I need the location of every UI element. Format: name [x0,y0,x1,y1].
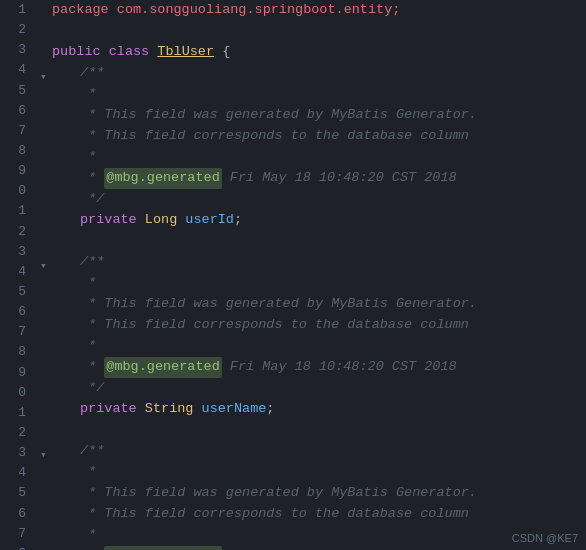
code-line: public class TblUser { [40,42,586,63]
line-number: 1 [8,0,26,20]
line-number: 3 [8,443,26,463]
line-number: 2 [8,423,26,443]
line-number: 0 [8,383,26,403]
token: * This field corresponds to the database… [80,504,469,525]
token: userName [202,399,267,420]
token: * [80,84,96,105]
code-line: private String userName; [40,399,586,420]
code-line: * [40,84,586,105]
code-line: * This field corresponds to the database… [40,126,586,147]
fold-toggle-icon[interactable]: ▾ [40,258,50,268]
line-number: 8 [8,141,26,161]
token: String [145,399,194,420]
token: * This field corresponds to the database… [80,126,469,147]
token: */ [80,189,104,210]
token [101,42,109,63]
code-line: * @mbg.generated Fri May 18 10:48:20 CST… [40,546,586,550]
code-line: * [40,525,586,546]
token: Long [145,210,177,231]
line-number: 9 [8,363,26,383]
line-number: 9 [8,161,26,181]
code-line [40,21,586,42]
token: * [80,168,104,189]
line-number: 7 [8,322,26,342]
line-number: 6 [8,504,26,524]
code-line: */ [40,189,586,210]
token [149,42,157,63]
token: package com.songguoliang.springboot.enti… [52,0,400,21]
line-number: 5 [8,282,26,302]
token: * [80,357,104,378]
code-line: * This field was generated by MyBatis Ge… [40,483,586,504]
token: * [80,147,96,168]
token [137,399,145,420]
code-line: * [40,336,586,357]
code-line: * This field corresponds to the database… [40,315,586,336]
token: @mbg.generated [104,546,221,550]
code-line: package com.songguoliang.springboot.enti… [40,0,586,21]
line-number: 7 [8,121,26,141]
code-line: ▾/** [40,252,586,273]
token: private [80,399,137,420]
line-number: 1 [8,201,26,221]
token: * [80,336,96,357]
code-line: * @mbg.generated Fri May 18 10:48:20 CST… [40,168,586,189]
code-line: ▾/** [40,63,586,84]
code-line: * @mbg.generated Fri May 18 10:48:20 CST… [40,357,586,378]
token: public [52,42,101,63]
line-number: 4 [8,60,26,80]
line-number: 5 [8,81,26,101]
fold-toggle-icon[interactable]: ▾ [40,447,50,457]
token: { [214,42,230,63]
code-line [40,420,586,441]
code-line: * This field was generated by MyBatis Ge… [40,294,586,315]
code-editor: 123456789012345678901234567890 package c… [0,0,586,550]
fold-toggle-icon[interactable]: ▾ [40,69,50,79]
code-line: */ [40,378,586,399]
line-number: 2 [8,20,26,40]
token: TblUser [157,42,214,63]
code-line: * [40,273,586,294]
line-number: 5 [8,483,26,503]
token: * This field corresponds to the database… [80,315,469,336]
line-number: 8 [8,544,26,550]
code-line: ▾/** [40,441,586,462]
token: Fri May 18 10:48:20 CST 2018 [222,546,457,550]
token: class [109,42,150,63]
line-number: 2 [8,222,26,242]
line-number: 6 [8,101,26,121]
token: */ [80,378,104,399]
line-number: 3 [8,242,26,262]
token: * This field was generated by MyBatis Ge… [80,105,477,126]
token: * [80,462,96,483]
token: ; [266,399,274,420]
token: /** [80,63,104,84]
token: @mbg.generated [104,168,221,189]
code-line: * [40,147,586,168]
token: Fri May 18 10:48:20 CST 2018 [222,357,457,378]
line-number: 3 [8,40,26,60]
token [177,210,185,231]
token: * [80,525,96,546]
token [193,399,201,420]
line-number: 4 [8,262,26,282]
token: /** [80,252,104,273]
line-number: 8 [8,342,26,362]
code-line: * [40,462,586,483]
token: userId [185,210,234,231]
line-number: 7 [8,524,26,544]
code-line [40,231,586,252]
line-numbers: 123456789012345678901234567890 [0,0,32,550]
code-line: * This field corresponds to the database… [40,504,586,525]
token: /** [80,441,104,462]
token: * This field was generated by MyBatis Ge… [80,294,477,315]
token: * [80,546,104,550]
code-content: package com.songguoliang.springboot.enti… [32,0,586,550]
code-line: private Long userId; [40,210,586,231]
line-number: 1 [8,403,26,423]
token: * [80,273,96,294]
code-line: * This field was generated by MyBatis Ge… [40,105,586,126]
token: * This field was generated by MyBatis Ge… [80,483,477,504]
token: private [80,210,137,231]
watermark-text: CSDN @KE7 [512,532,578,544]
